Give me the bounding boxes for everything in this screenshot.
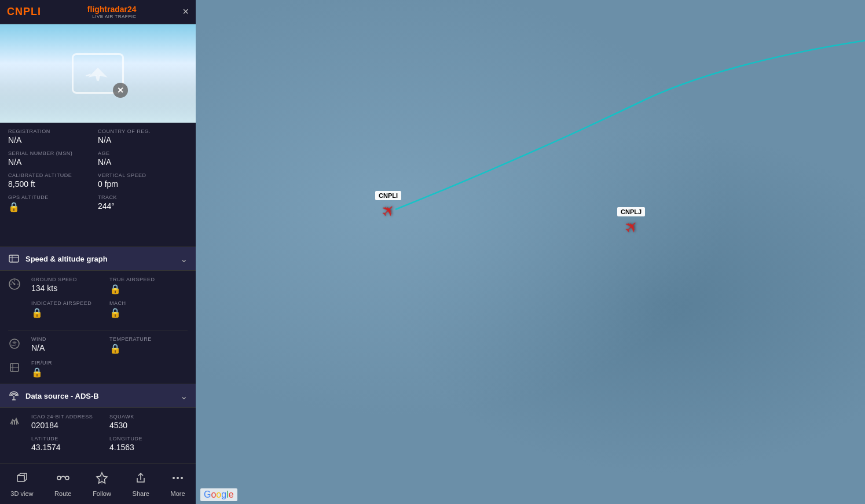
registration-cell: REGISTRATION N/A	[8, 128, 98, 145]
fir-label: FIR/UIR	[31, 360, 188, 366]
country-cell: COUNTRY OF REG. N/A	[98, 128, 188, 145]
registration-value: N/A	[8, 135, 98, 145]
svg-point-14	[57, 476, 61, 480]
aircraft-cnpli-label: CNPLI	[375, 191, 401, 200]
wind-row: WIND N/A TEMPERATURE 🔒	[8, 336, 188, 354]
fir-row: FIR/UIR 🔒	[8, 360, 188, 378]
gps-row: GPS ALTITUDE 🔒 TRACK 244°	[8, 194, 188, 212]
sidebar-header: CNPLI flightradar24 LIVE AIR TRAFFIC ×	[0, 0, 196, 24]
follow-button[interactable]: Follow	[86, 466, 118, 502]
latitude-label: LATITUDE	[31, 436, 109, 442]
serial-label: SERIAL NUMBER (MSN)	[8, 150, 98, 156]
indicated-speed-row: INDICATED AIRSPEED 🔒 MACH 🔒	[8, 300, 188, 318]
track-cell: TRACK 244°	[98, 194, 188, 212]
aircraft-cnpli[interactable]: CNPLI ✈	[375, 191, 401, 220]
mach-label: MACH	[109, 300, 188, 306]
share-button[interactable]: Share	[126, 466, 156, 502]
map[interactable]: CNPLI ✈ CNPLJ ✈ Google	[196, 0, 865, 504]
fr24-logo-text: flightradar24	[87, 5, 137, 14]
fir-lock: 🔒	[31, 367, 188, 378]
temperature-lock: 🔒	[109, 343, 188, 354]
temperature-label: TEMPERATURE	[109, 336, 188, 342]
vertical-speed-value: 0 fpm	[98, 179, 188, 189]
indicated-airspeed-lock: 🔒	[31, 307, 109, 318]
datasource-section-content: ICAO 24-BIT ADDRESS 020184 SQUAWK 4530 L…	[0, 408, 196, 463]
ground-speed-cell: GROUND SPEED 134 kts	[31, 277, 109, 293]
aircraft-cnpli-icon: ✈	[377, 200, 400, 223]
mach-cell: MACH 🔒	[109, 300, 188, 318]
track-label: TRACK	[98, 194, 188, 200]
icao-squawk-row: ICAO 24-BIT ADDRESS 020184 SQUAWK 4530	[8, 414, 188, 430]
sidebar: CNPLI flightradar24 LIVE AIR TRAFFIC × ✕…	[0, 0, 196, 504]
vertical-speed-label: VERTICAL SPEED	[98, 172, 188, 178]
true-airspeed-lock: 🔒	[109, 284, 188, 295]
temperature-cell: TEMPERATURE 🔒	[109, 336, 188, 354]
wind-icon	[8, 336, 31, 353]
speed-section-content: GROUND SPEED 134 kts TRUE AIRSPEED 🔒 IND…	[0, 271, 196, 330]
serial-value: N/A	[8, 157, 98, 167]
aircraft-cnplj-icon: ✈	[620, 216, 643, 239]
datasource-section-title: Data source - ADS-B	[8, 390, 99, 402]
datasource-section-chevron: ⌄	[180, 391, 188, 402]
more-icon	[171, 471, 185, 488]
vertical-speed-cell: VERTICAL SPEED 0 fpm	[98, 172, 188, 189]
wind-section-content: WIND N/A TEMPERATURE 🔒 FIR/UIR 🔒	[0, 330, 196, 384]
longitude-label: LONGITUDE	[109, 436, 188, 442]
wind-cell: WIND N/A	[31, 336, 109, 352]
indicated-airspeed-cell: INDICATED AIRSPEED 🔒	[31, 300, 109, 318]
ads-b-icon	[8, 414, 31, 429]
svg-point-15	[65, 476, 69, 480]
serial-cell: SERIAL NUMBER (MSN) N/A	[8, 150, 98, 167]
gps-alt-lock: 🔒	[8, 201, 98, 212]
svg-rect-11	[17, 476, 24, 481]
icao-cell: ICAO 24-BIT ADDRESS 020184	[31, 414, 109, 430]
gps-alt-cell: GPS ALTITUDE 🔒	[8, 194, 98, 212]
ground-speed-label: GROUND SPEED	[31, 277, 109, 282]
google-logo: Google	[200, 488, 237, 501]
age-cell: AGE N/A	[98, 150, 188, 167]
close-button[interactable]: ×	[182, 6, 189, 18]
share-label: Share	[133, 490, 149, 497]
icao-label: ICAO 24-BIT ADDRESS	[31, 414, 109, 420]
flight-id: CNPLI	[7, 6, 41, 18]
longitude-value: 4.1563	[109, 443, 188, 452]
3d-view-button[interactable]: 3D view	[3, 466, 40, 502]
ground-speed-value: 134 kts	[31, 284, 109, 293]
altitude-row: CALIBRATED ALTITUDE 8,500 ft VERTICAL SP…	[8, 172, 188, 189]
more-button[interactable]: More	[164, 466, 192, 502]
no-image-icon: ✕	[72, 53, 124, 94]
country-value: N/A	[98, 135, 188, 145]
speed-section-title: Speed & altitude graph	[8, 253, 108, 264]
route-button[interactable]: Route	[47, 466, 78, 502]
aircraft-cnplj[interactable]: CNPLJ ✈	[617, 207, 645, 237]
airplane-outline-icon	[83, 62, 112, 85]
aircraft-cnplj-label: CNPLJ	[617, 207, 645, 216]
ground-speed-row: GROUND SPEED 134 kts TRUE AIRSPEED 🔒	[8, 277, 188, 295]
calibrated-alt-label: CALIBRATED ALTITUDE	[8, 172, 98, 178]
datasource-section-header[interactable]: Data source - ADS-B ⌄	[0, 384, 196, 408]
bottom-toolbar: 3D view Route Follow	[0, 463, 196, 504]
info-grid: REGISTRATION N/A COUNTRY OF REG. N/A SER…	[0, 123, 196, 247]
follow-icon	[95, 471, 109, 488]
fir-cell: FIR/UIR 🔒	[31, 360, 188, 378]
svg-point-19	[181, 477, 183, 479]
speed-section-header[interactable]: Speed & altitude graph ⌄	[0, 247, 196, 271]
age-value: N/A	[98, 157, 188, 167]
indicated-airspeed-label: INDICATED AIRSPEED	[31, 300, 109, 306]
mach-lock: 🔒	[109, 307, 188, 318]
no-image-badge: ✕	[113, 83, 128, 98]
more-label: More	[171, 490, 185, 497]
country-label: COUNTRY OF REG.	[98, 128, 188, 134]
3d-view-label: 3D view	[10, 490, 33, 497]
3d-view-icon	[15, 471, 29, 488]
age-label: AGE	[98, 150, 188, 156]
speed-section-icon	[8, 253, 20, 264]
svg-point-4	[14, 284, 16, 285]
share-icon	[134, 471, 148, 488]
squawk-label: SQUAWK	[109, 414, 188, 420]
speed-section-chevron: ⌄	[180, 253, 188, 264]
squawk-value: 4530	[109, 421, 188, 430]
route-label: Route	[54, 490, 71, 497]
gps-alt-label: GPS ALTITUDE	[8, 194, 98, 200]
longitude-cell: LONGITUDE 4.1563	[109, 436, 188, 452]
